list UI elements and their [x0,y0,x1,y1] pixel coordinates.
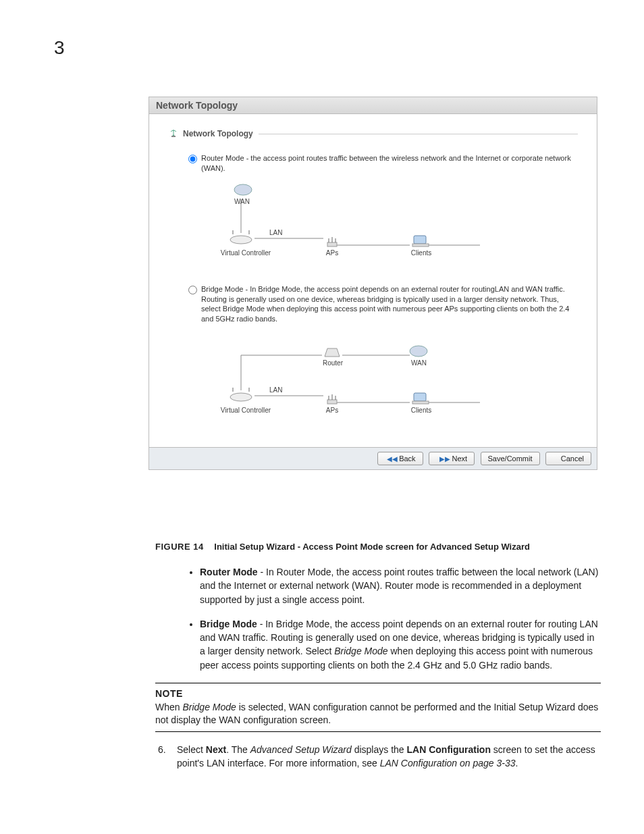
clients-label: Clients [408,249,434,257]
aps-label: APs [323,249,341,257]
figure-title: Initial Setup Wizard - Access Point Mode… [214,542,530,552]
router-mode-text: Router Mode - the access point routes tr… [201,153,578,174]
step-number: 6. [158,743,177,771]
step-6: 6. Select Next. The Advanced Setup Wizar… [155,743,601,771]
wan-label: WAN [411,359,427,367]
svg-point-24 [230,393,252,401]
controller-icon [229,388,253,404]
rewind-icon: ◀◀ [387,455,398,463]
svg-point-6 [234,184,252,195]
back-button[interactable]: ◀◀Back [377,452,423,465]
step-b: . The [226,744,250,755]
step-wizard: Advanced Setup Wizard [250,744,352,755]
divider [259,134,578,134]
step-ref: LAN Configuration on page 3-33 [380,758,516,768]
next-label: Next [452,454,467,463]
bridge-mode-lead: Bridge Mode [200,619,257,629]
aps-label: APs [323,407,341,414]
laptop-icon [411,234,430,251]
controller-icon [229,230,253,246]
bridge-mode-radio[interactable] [188,286,197,294]
note-text: When Bridge Mode is selected, WAN config… [155,701,601,727]
group-label: Network Topology [183,129,253,138]
wan-label: WAN [234,198,250,205]
note-italic: Bridge Mode [182,702,236,712]
page-number: 3 [54,37,65,59]
router-label: Router [321,359,345,367]
svg-marker-22 [325,348,340,357]
svg-rect-1 [171,136,176,137]
next-button[interactable]: ▶▶Next [429,452,475,465]
antenna-icon [168,128,179,140]
router-mode-option[interactable]: Router Mode - the access point routes tr… [188,153,578,174]
bridge-mode-bullet: Bridge Mode - In Bridge Mode, the access… [200,617,601,672]
lan-label: LAN [269,229,282,236]
router-mode-bullet: Router Mode - In Router Mode, the access… [200,565,601,606]
panel-footer: ◀◀Back ▶▶Next Save/Commit Cancel [149,447,597,469]
bridge-mode-option[interactable]: Bridge Mode - In Bridge Mode, the access… [188,284,578,324]
router-mode-lead: Router Mode [200,567,258,577]
laptop-icon [411,392,430,408]
bridge-mode-diagram: Router WAN LAN Virtual Controller APs Cl… [215,332,578,427]
step-next: Next [206,744,226,755]
router-mode-diagram: WAN LAN Virtual Controller APs Clients [215,182,578,269]
bridge-mode-italic: Bridge Mode [334,646,387,656]
step-lan: LAN Configuration [407,744,491,755]
note-label: NOTE [155,687,601,701]
lan-label: LAN [269,386,282,394]
note-block: NOTE When Bridge Mode is selected, WAN c… [155,683,601,732]
svg-rect-14 [414,236,426,244]
panel-title: Network Topology [149,97,597,114]
svg-rect-32 [412,401,429,404]
cloud-icon [233,182,253,198]
vc-label: Virtual Controller [215,249,276,257]
svg-point-7 [230,236,252,244]
forward-icon: ▶▶ [439,455,450,463]
cloud-icon [408,343,429,359]
cancel-button[interactable]: Cancel [545,452,591,465]
ap-icon [323,234,341,251]
bridge-mode-text: Bridge Mode - In Bridge Mode, the access… [201,284,578,324]
group-header: Network Topology [168,128,578,140]
step-c: displays the [352,744,407,755]
mode-description-list: Router Mode - In Router Mode, the access… [200,565,601,672]
router-mode-rest: - In Router Mode, the access point route… [200,567,598,605]
svg-rect-31 [414,393,426,401]
step-e: . [516,758,518,768]
vc-label: Virtual Controller [215,407,276,414]
svg-point-23 [410,346,427,357]
step-a: Select [177,744,206,755]
svg-rect-15 [412,244,429,246]
clients-label: Clients [408,407,434,414]
figure-caption: FIGURE 14 Initial Setup Wizard - Access … [155,542,601,552]
router-mode-radio[interactable] [188,155,197,163]
ap-icon [323,392,341,408]
svg-rect-10 [327,242,337,246]
svg-rect-27 [327,400,337,404]
router-icon [322,346,342,361]
network-topology-panel: Network Topology Network Topology Router… [149,97,597,470]
note-a: When [155,702,182,712]
figure-label: FIGURE 14 [155,542,204,552]
back-label: Back [399,454,415,463]
step-text: Select Next. The Advanced Setup Wizard d… [177,743,601,771]
save-commit-button[interactable]: Save/Commit [481,452,540,465]
